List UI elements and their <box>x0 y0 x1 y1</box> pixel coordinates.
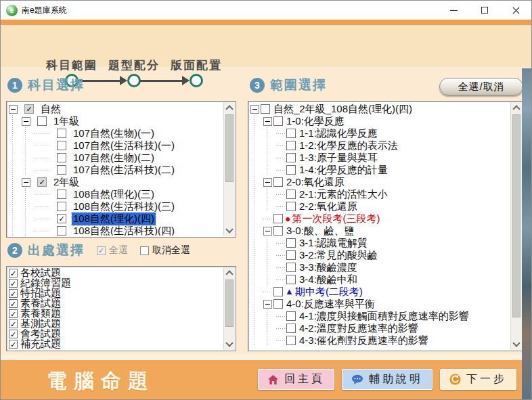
tree-checkbox[interactable] <box>57 165 66 175</box>
tree-node-label[interactable]: 108自然(理化)(四) <box>72 213 156 225</box>
item-checkbox[interactable]: ✓ <box>9 319 18 328</box>
deselect-all-option[interactable]: 取消全選 <box>140 244 190 257</box>
tree-checkbox[interactable] <box>286 238 296 248</box>
help-button[interactable]: 輔助說明 <box>342 369 433 390</box>
tree-node-label[interactable]: 4-2:溫度對反應速率的影響 <box>298 322 420 335</box>
tree-checkbox[interactable] <box>57 129 66 138</box>
tree-expander-minus-icon[interactable] <box>250 105 259 114</box>
tree-row[interactable]: ✓108自然(理化)(四) <box>9 213 223 225</box>
tree-row[interactable]: 3-3:酸鹼濃度 <box>250 261 510 273</box>
item-checkbox[interactable]: ✓ <box>9 330 18 338</box>
tree-row[interactable]: 3-2:常見的酸與鹼 <box>250 249 510 261</box>
range-scrollbar[interactable] <box>510 102 522 350</box>
tree-node-label[interactable]: 期中考(二段考) <box>294 286 364 298</box>
tree-node-label[interactable]: 4-1:濃度與接觸面積對反應速率的影響 <box>298 310 470 323</box>
source-scrollbar[interactable] <box>223 267 235 350</box>
tree-row[interactable]: 1-1:認識化學反應 <box>250 127 510 139</box>
tree-node-label[interactable]: 1-4:化學反應的計量 <box>298 164 389 177</box>
tree-checkbox[interactable] <box>273 287 283 296</box>
tree-row[interactable]: 4-2:溫度對反應速率的影響 <box>250 322 510 334</box>
tree-node-label[interactable]: 自然 <box>39 103 62 116</box>
tree-node-label[interactable]: 3-3:酸鹼濃度 <box>298 261 359 274</box>
tree-checkbox[interactable] <box>286 275 296 284</box>
tree-checkbox[interactable] <box>57 190 66 199</box>
tree-row[interactable]: 4-1:濃度與接觸面積對反應速率的影響 <box>250 310 510 322</box>
tree-row[interactable]: 自然_2年級_108自然(理化)(四) <box>250 103 510 115</box>
tree-node-label[interactable]: 1-2:化學反應的表示法 <box>298 139 399 152</box>
tree-row[interactable]: 4-0:反應速率與平衡 <box>250 298 510 310</box>
tree-node-label[interactable]: 1年級 <box>52 115 81 128</box>
tree-checkbox[interactable] <box>261 104 270 114</box>
tree-checkbox[interactable] <box>273 226 283 236</box>
tree-node-label[interactable]: 3-2:常見的酸與鹼 <box>298 249 379 262</box>
tree-node-label[interactable]: 1-0:化學反應 <box>285 115 346 128</box>
tree-checkbox[interactable] <box>57 153 66 162</box>
tree-row[interactable]: 108自然(生活科技)(三) <box>9 200 223 213</box>
tree-row[interactable]: 3-4:酸鹼中和 <box>250 273 510 286</box>
tree-row[interactable]: 107自然(生物)(一) <box>9 127 223 139</box>
tree-row[interactable]: 108自然(生活科技)(四) <box>9 225 223 236</box>
scroll-up-icon[interactable] <box>224 267 235 278</box>
tree-checkbox[interactable] <box>273 116 283 126</box>
tree-node-label[interactable]: 4-0:反應速率與平衡 <box>285 298 376 311</box>
tree-checkbox[interactable] <box>286 190 296 199</box>
tree-node-label[interactable]: 1-3:原子量與莫耳 <box>298 152 379 164</box>
tree-checkbox[interactable] <box>273 177 283 187</box>
tree-checkbox[interactable] <box>286 165 296 175</box>
next-step-button[interactable]: 下一步 <box>440 369 516 390</box>
tree-checkbox[interactable]: ✓ <box>37 177 47 187</box>
subject-scrollbar[interactable] <box>223 102 235 236</box>
tree-expander-minus-icon[interactable] <box>22 178 30 187</box>
tree-row[interactable]: 3-1:認識電解質 <box>250 237 510 249</box>
tree-row[interactable]: ▲期中考(二段考) <box>250 286 510 298</box>
item-checkbox[interactable]: ✓ <box>9 279 18 288</box>
tree-row[interactable]: 1-2:化學反應的表示法 <box>250 139 510 152</box>
tree-node-label[interactable]: 108自然(理化)(三) <box>72 188 156 201</box>
tree-node-label[interactable]: 107自然(生物)(一) <box>72 127 156 140</box>
tree-node-label[interactable]: 2-0:氧化還原 <box>285 176 346 189</box>
tree-row[interactable]: ✓2年級 <box>9 176 223 188</box>
deselect-all-checkbox[interactable] <box>140 246 149 255</box>
tree-expander-minus-icon[interactable] <box>263 227 272 236</box>
tree-checkbox[interactable] <box>286 324 296 333</box>
tree-node-label[interactable]: 108自然(生活科技)(三) <box>72 200 176 213</box>
tree-row[interactable]: 107自然(生活科技)(一) <box>9 139 223 152</box>
tree-checkbox[interactable] <box>57 141 66 150</box>
tree-row[interactable]: 3-0:酸、鹼、鹽 <box>250 225 510 237</box>
tree-node-label[interactable]: 1-1:認識化學反應 <box>298 127 379 140</box>
select-all-checkbox[interactable]: ✓ <box>97 246 106 255</box>
item-checkbox[interactable]: ✓ <box>9 289 18 298</box>
tree-node-label[interactable]: 107自然(生物)(二) <box>72 152 156 164</box>
tree-row[interactable]: 1-4:化學反應的計量 <box>250 164 510 176</box>
item-checkbox[interactable]: ✓ <box>9 309 18 318</box>
scroll-down-icon[interactable] <box>224 339 235 350</box>
list-item[interactable]: ✓補充試題 <box>9 339 223 349</box>
tree-row[interactable]: 1-3:原子量與莫耳 <box>250 152 510 164</box>
home-button[interactable]: 回主頁 <box>258 369 334 390</box>
tree-checkbox[interactable] <box>286 250 296 260</box>
tree-checkbox[interactable]: ✓ <box>57 214 66 223</box>
tree-checkbox[interactable]: ✓ <box>24 104 34 114</box>
tree-expander-minus-icon[interactable] <box>263 178 272 187</box>
tree-row[interactable]: 2-0:氧化還原 <box>250 176 510 188</box>
item-checkbox[interactable]: ✓ <box>9 340 18 349</box>
tree-checkbox[interactable] <box>286 336 296 345</box>
tree-row[interactable]: 2-1:元素的活性大小 <box>250 188 510 200</box>
tree-expander-minus-icon[interactable] <box>263 300 272 309</box>
tree-node-label[interactable]: 107自然(生活科技)(二) <box>72 164 176 177</box>
select-all-option[interactable]: ✓ 全選 <box>97 244 128 257</box>
tree-checkbox[interactable] <box>286 202 296 211</box>
tree-checkbox[interactable] <box>286 129 296 138</box>
tree-checkbox[interactable] <box>273 299 283 309</box>
scroll-thumb[interactable] <box>512 114 520 317</box>
scroll-down-icon[interactable] <box>224 225 235 236</box>
tree-node-label[interactable]: 自然_2年級_108自然(理化)(四) <box>272 103 414 116</box>
item-checkbox[interactable]: ✓ <box>9 299 18 308</box>
tree-row[interactable]: 107自然(生物)(二) <box>9 152 223 164</box>
scroll-thumb[interactable] <box>225 114 234 182</box>
tree-node-label[interactable]: 2-1:元素的活性大小 <box>298 188 389 201</box>
tree-checkbox[interactable] <box>57 202 66 211</box>
tree-checkbox[interactable] <box>37 116 47 126</box>
tree-checkbox[interactable] <box>286 263 296 272</box>
tree-node-label[interactable]: 108自然(生活科技)(四) <box>72 225 176 236</box>
